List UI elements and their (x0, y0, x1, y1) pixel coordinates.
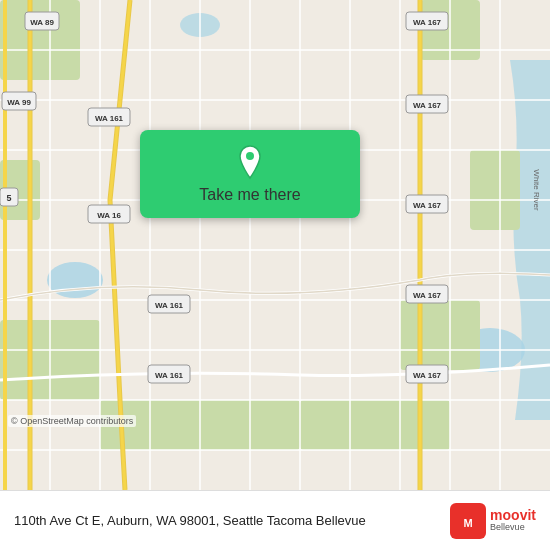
svg-text:WA 167: WA 167 (413, 201, 442, 210)
bottom-bar: 110th Ave Ct E, Auburn, WA 98001, Seattl… (0, 490, 550, 550)
svg-text:WA 167: WA 167 (413, 18, 442, 27)
moovit-logo: M moovit Bellevue (450, 503, 536, 539)
moovit-brand-name: moovit (490, 508, 536, 523)
svg-text:WA 89: WA 89 (30, 18, 54, 27)
svg-rect-7 (400, 300, 480, 370)
svg-text:WA 161: WA 161 (155, 301, 184, 310)
svg-rect-9 (470, 150, 520, 230)
svg-text:WA 167: WA 167 (413, 101, 442, 110)
svg-text:M: M (464, 517, 473, 529)
map-container: WA 89 WA 99 WA 161 WA 16 WA 161 WA 161 W… (0, 0, 550, 490)
location-pin-icon (232, 144, 268, 180)
location-card: Take me there (140, 130, 360, 218)
moovit-icon: M (450, 503, 486, 539)
svg-text:WA 167: WA 167 (413, 291, 442, 300)
svg-text:WA 16: WA 16 (97, 211, 121, 220)
osm-credit: © OpenStreetMap contributors (8, 415, 136, 427)
take-me-there-button[interactable]: Take me there (199, 186, 300, 204)
moovit-subtext: Bellevue (490, 523, 536, 533)
svg-point-61 (246, 152, 254, 160)
svg-text:5: 5 (6, 193, 11, 203)
svg-text:WA 161: WA 161 (155, 371, 184, 380)
moovit-text: moovit Bellevue (490, 508, 536, 533)
svg-rect-11 (300, 400, 450, 450)
svg-text:White River: White River (532, 169, 541, 211)
svg-text:WA 161: WA 161 (95, 114, 124, 123)
svg-text:WA 99: WA 99 (7, 98, 31, 107)
svg-text:WA 167: WA 167 (413, 371, 442, 380)
address-text: 110th Ave Ct E, Auburn, WA 98001, Seattl… (14, 513, 450, 528)
